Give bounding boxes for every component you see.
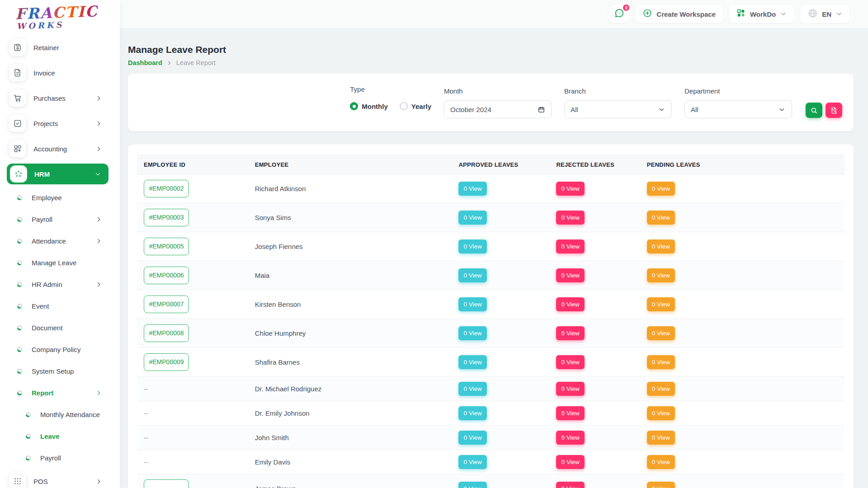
- rejected-leaves-view-button[interactable]: 0 View: [556, 406, 584, 420]
- brand-logo[interactable]: FRACTIC WORKS: [0, 0, 99, 31]
- approved-leaves-view-button[interactable]: 0 View: [458, 382, 486, 396]
- language-selector[interactable]: EN: [800, 5, 850, 23]
- pending-leaves-view-button[interactable]: 0 View: [647, 239, 675, 253]
- sidebar-item-label: Invoice: [33, 69, 55, 77]
- sidebar-item-event[interactable]: Event: [0, 295, 120, 317]
- branch-select[interactable]: All: [564, 100, 672, 118]
- pos-icon: [9, 473, 26, 488]
- approved-leaves-view-button[interactable]: 0 View: [458, 326, 486, 340]
- sidebar-item-payroll[interactable]: Payroll: [0, 447, 120, 469]
- approved-leaves-view-button[interactable]: 0 View: [458, 406, 486, 420]
- sidebar-item-purchases[interactable]: Purchases: [0, 85, 120, 111]
- sidebar-item-label: Event: [32, 302, 49, 310]
- check-icon: [9, 115, 26, 132]
- sidebar-item-attendance[interactable]: Attendance: [0, 230, 120, 252]
- pending-leaves-view-button[interactable]: 0 View: [647, 406, 675, 420]
- workdo-menu-button[interactable]: WorkDo: [729, 5, 794, 23]
- employee-id-button[interactable]: [144, 479, 189, 488]
- rejected-leaves-view-button[interactable]: 0 View: [556, 355, 584, 369]
- type-radio-monthly[interactable]: Monthly: [350, 102, 388, 110]
- chevron-down-icon: [658, 106, 665, 113]
- month-label: Month: [444, 87, 552, 95]
- employee-id-button[interactable]: #EMP00003: [144, 209, 189, 226]
- sidebar-item-document[interactable]: Document: [0, 317, 120, 338]
- type-radio-yearly[interactable]: Yearly: [400, 102, 431, 110]
- approved-leaves-view-button[interactable]: 0 View: [458, 482, 486, 488]
- month-input[interactable]: October 2024: [444, 100, 552, 118]
- breadcrumb-dashboard-link[interactable]: Dashboard: [128, 59, 162, 66]
- rejected-leaves-view-button[interactable]: 0 View: [556, 382, 584, 396]
- leave-report-table-card: EMPLOYEE IDEMPLOYEEAPPROVED LEAVESREJECT…: [128, 145, 854, 488]
- filter-panel: Type MonthlyYearly Month October 2024 Br…: [128, 74, 854, 131]
- reset-filter-button[interactable]: [826, 103, 842, 118]
- table-row: #EMP00006Maia0 View0 View0 View: [137, 261, 844, 290]
- pending-leaves-view-button[interactable]: 0 View: [647, 431, 675, 445]
- sidebar-item-retainer[interactable]: Retainer: [0, 35, 120, 60]
- employee-id-button[interactable]: #EMP00002: [144, 180, 189, 197]
- sidebar-item-label: Projects: [33, 120, 58, 127]
- pending-leaves-view-button[interactable]: 0 View: [647, 455, 675, 469]
- pending-leaves-view-button[interactable]: 0 View: [647, 355, 675, 369]
- rejected-leaves-view-button[interactable]: 0 View: [556, 268, 584, 282]
- sidebar-item-report[interactable]: Report: [0, 382, 120, 404]
- sidebar-item-monthly-attendance[interactable]: Monthly Attendance: [0, 404, 120, 425]
- sidebar-item-invoice[interactable]: Invoice: [0, 60, 120, 85]
- pending-leaves-view-button[interactable]: 0 View: [647, 382, 675, 396]
- employee-id-button[interactable]: #EMP00005: [144, 238, 189, 255]
- approved-leaves-view-button[interactable]: 0 View: [458, 268, 486, 282]
- employee-id-button[interactable]: #EMP00008: [144, 324, 189, 342]
- approved-leaves-view-button[interactable]: 0 View: [458, 455, 486, 469]
- search-button[interactable]: [806, 103, 822, 118]
- create-workspace-button[interactable]: Create Workspace: [635, 5, 723, 23]
- employee-id-button[interactable]: #EMP00006: [144, 267, 189, 284]
- pending-leaves-view-button[interactable]: 0 View: [647, 211, 675, 225]
- approved-leaves-view-button[interactable]: 0 View: [458, 211, 486, 225]
- breadcrumb: Dashboard Leave Report: [128, 59, 854, 66]
- rejected-leaves-view-button[interactable]: 0 View: [556, 431, 584, 445]
- pending-leaves-view-button[interactable]: 0 View: [647, 182, 675, 196]
- sidebar-item-hr-admin[interactable]: HR Admin: [0, 273, 120, 295]
- sidebar-item-accounting[interactable]: Accounting: [0, 136, 120, 161]
- employee-id-empty: --: [144, 409, 148, 417]
- month-value: October 2024: [450, 106, 491, 113]
- sidebar-item-company-policy[interactable]: Company Policy: [0, 338, 120, 360]
- sidebar-item-system-setup[interactable]: System Setup: [0, 360, 120, 382]
- department-select[interactable]: All: [684, 100, 792, 118]
- column-header: PENDING LEAVES: [640, 155, 844, 174]
- employee-name: Richard Atkinson: [255, 185, 306, 192]
- rejected-leaves-view-button[interactable]: 0 View: [556, 297, 584, 311]
- rejected-leaves-view-button[interactable]: 0 View: [556, 182, 584, 196]
- brand-name-line1: FRACTIC: [15, 4, 98, 21]
- employee-id-button[interactable]: #EMP00007: [144, 296, 189, 313]
- approved-leaves-view-button[interactable]: 0 View: [458, 182, 486, 196]
- rejected-leaves-view-button[interactable]: 0 View: [556, 326, 584, 340]
- sidebar-item-label: Payroll: [32, 216, 52, 223]
- pending-leaves-view-button[interactable]: 0 View: [647, 297, 675, 311]
- sidebar-item-payroll[interactable]: Payroll: [0, 208, 120, 230]
- sidebar-item-employee[interactable]: Employee: [0, 187, 120, 208]
- pending-leaves-view-button[interactable]: 0 View: [647, 268, 675, 282]
- approved-leaves-view-button[interactable]: 0 View: [458, 297, 486, 311]
- employee-id-button[interactable]: #EMP00009: [144, 353, 189, 371]
- sidebar-item-label: Attendance: [32, 237, 66, 245]
- approved-leaves-view-button[interactable]: 0 View: [458, 355, 486, 369]
- pending-leaves-view-button[interactable]: 0 View: [647, 482, 675, 488]
- rejected-leaves-view-button[interactable]: 0 View: [556, 239, 584, 253]
- bullet-ring-icon: [17, 217, 22, 222]
- sidebar-item-manage-leave[interactable]: Manage Leave: [0, 252, 120, 273]
- rejected-leaves-view-button[interactable]: 0 View: [556, 482, 584, 488]
- sidebar-item-pos[interactable]: POS: [0, 469, 120, 488]
- rejected-leaves-view-button[interactable]: 0 View: [556, 455, 584, 469]
- workdo-grid-icon: [736, 8, 746, 20]
- pending-leaves-view-button[interactable]: 0 View: [647, 326, 675, 340]
- sidebar-item-hrm[interactable]: HRM: [7, 164, 108, 184]
- messages-button[interactable]: 0: [609, 5, 629, 23]
- sidebar-item-projects[interactable]: Projects: [0, 111, 120, 136]
- chevron-right-icon: [95, 216, 102, 223]
- approved-leaves-view-button[interactable]: 0 View: [458, 431, 486, 445]
- approved-leaves-view-button[interactable]: 0 View: [458, 239, 486, 253]
- table-header-row: EMPLOYEE IDEMPLOYEEAPPROVED LEAVESREJECT…: [137, 155, 844, 174]
- rejected-leaves-view-button[interactable]: 0 View: [556, 211, 584, 225]
- sidebar-item-leave[interactable]: Leave: [0, 425, 120, 447]
- employee-name: Kirsten Benson: [255, 300, 301, 308]
